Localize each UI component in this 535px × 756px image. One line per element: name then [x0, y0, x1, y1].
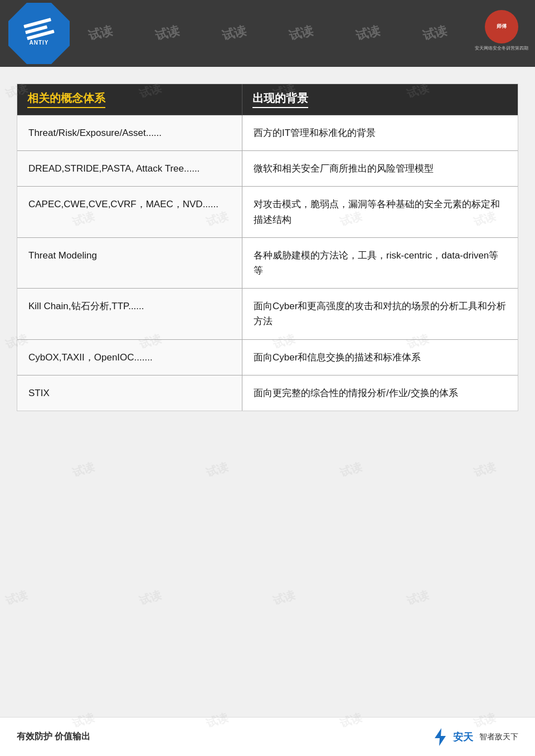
wm-body-16: 试读	[472, 459, 498, 481]
table-row: Threat/Risk/Exposure/Asset...... 西方的IT管理…	[17, 115, 518, 151]
wm-body-18: 试读	[138, 587, 164, 609]
row4-left: Threat Modeling	[17, 238, 242, 288]
wm-body-13: 试读	[71, 459, 97, 481]
footer-logo-sub: 智者敌天下	[479, 732, 518, 742]
right-logo-subtitle: 安天网络安全冬训营第四期	[475, 45, 528, 51]
row2-right: 微软和相关安全厂商所推出的风险管理模型	[242, 151, 518, 186]
wm-body-20: 试读	[405, 587, 431, 609]
watermark-7: 试读	[421, 22, 449, 45]
table-row: CAPEC,CWE,CVE,CVRF，MAEC，NVD...... 对攻击模式，…	[17, 187, 518, 237]
footer-logo-text: 安天	[453, 730, 473, 744]
table-row: STIX 面向更完整的综合性的情报分析/作业/交换的体系	[17, 375, 518, 411]
main-content: 相关的概念体系 出现的背景 Threat/Risk/Exposure/Asset…	[17, 84, 518, 411]
footer-brand: 安天	[453, 731, 473, 743]
row7-right: 面向更完整的综合性的情报分析/作业/交换的体系	[242, 375, 518, 411]
table-row: DREAD,STRIDE,PASTA, Attack Tree...... 微软…	[17, 151, 518, 187]
table-row: CybOX,TAXII，OpenIOC....... 面向Cyber和信息交换的…	[17, 340, 518, 375]
row6-left: CybOX,TAXII，OpenIOC.......	[17, 340, 242, 375]
row5-left: Kill Chain,钻石分析,TTP......	[17, 289, 242, 339]
logo-lines	[23, 18, 55, 40]
row2-left: DREAD,STRIDE,PASTA, Attack Tree......	[17, 151, 242, 186]
footer-logo: 安天 | 智者敌天下	[430, 727, 518, 747]
col-right-header-text: 出现的背景	[252, 91, 308, 108]
table-header-row: 相关的概念体系 出现的背景	[17, 84, 518, 115]
watermark-5: 试读	[287, 22, 315, 45]
row7-left: STIX	[17, 375, 242, 411]
watermark-4: 试读	[220, 22, 248, 45]
antiy-logo: ANTIY	[8, 3, 70, 64]
right-logo-circle: 师傅	[485, 10, 518, 43]
wm-body-17: 试读	[4, 587, 30, 609]
wm-body-15: 试读	[338, 459, 364, 481]
wm-body-14: 试读	[205, 459, 231, 481]
table-row: Kill Chain,钻石分析,TTP...... 面向Cyber和更高强度的攻…	[17, 289, 518, 339]
footer-slogan: 有效防护 价值输出	[17, 731, 90, 743]
row6-right: 面向Cyber和信息交换的描述和标准体系	[242, 340, 518, 375]
header-right-logo: 师傅 安天网络安全冬训营第四期	[476, 6, 527, 56]
right-logo-text: 师傅	[497, 23, 507, 30]
col-left-header: 相关的概念体系	[17, 84, 242, 115]
header-watermarks: 试读 试读 试读 试读 试读 试读 试读 试读	[0, 0, 535, 67]
row3-left: CAPEC,CWE,CVE,CVRF，MAEC，NVD......	[17, 187, 242, 237]
row1-right: 西方的IT管理和标准化的背景	[242, 115, 518, 150]
footer-logo-icon	[430, 727, 450, 747]
logo-text: ANTIY	[30, 40, 49, 46]
table-row: Threat Modeling 各种威胁建模的方法论，工具，risk-centr…	[17, 238, 518, 289]
page-footer: 有效防护 价值输出 安天 | 智者敌天下	[0, 717, 535, 756]
watermark-2: 试读	[86, 22, 114, 45]
row4-right: 各种威胁建模的方法论，工具，risk-centric，data-driven等等	[242, 238, 518, 288]
row3-right: 对攻击模式，脆弱点，漏洞等各种基础的安全元素的标定和描述结构	[242, 187, 518, 237]
col-left-header-text: 相关的概念体系	[27, 91, 105, 108]
page-header: ANTIY 试读 试读 试读 试读 试读 试读 试读 试读 师傅 安天网络安全冬…	[0, 0, 535, 67]
wm-body-19: 试读	[271, 587, 298, 609]
svg-marker-0	[435, 728, 446, 746]
row1-left: Threat/Risk/Exposure/Asset......	[17, 115, 242, 150]
row5-right: 面向Cyber和更高强度的攻击和对抗的场景的分析工具和分析方法	[242, 289, 518, 339]
watermark-6: 试读	[354, 22, 382, 45]
watermark-3: 试读	[153, 22, 181, 45]
col-right-header: 出现的背景	[242, 84, 518, 115]
